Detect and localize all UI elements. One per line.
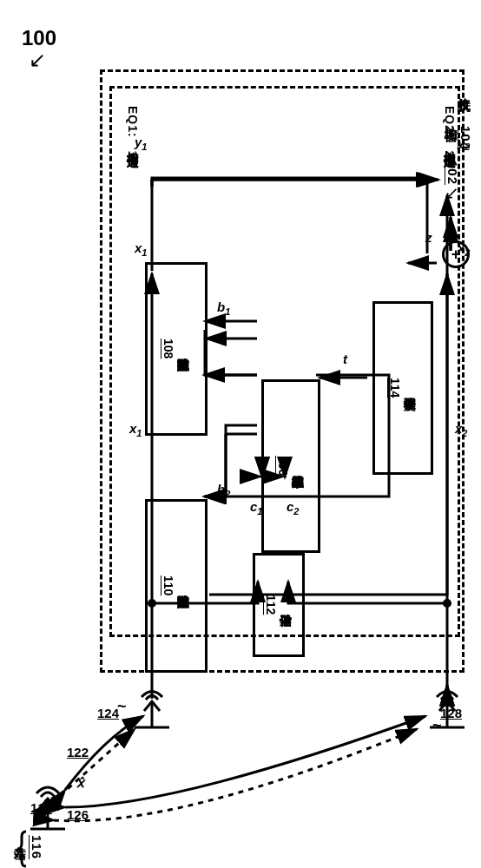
signal-y2: y2 xyxy=(458,135,470,152)
signal-x1-b: x1 xyxy=(129,421,142,438)
task-sched-block: 任务调度模块 114 xyxy=(372,301,433,475)
base-label: 基站 xyxy=(12,838,28,839)
fir-filter-2-block: 有限冲激响应滤波器 110 xyxy=(145,499,208,673)
channel-estimator-block: 信道估计器 112 xyxy=(253,553,305,657)
receiver-box: EQ1: 均衡器通道 1 EQ2: 均衡器通道 2 有限冲激响应滤波器 108 … xyxy=(100,69,465,673)
signal-y1: y1 xyxy=(135,135,147,152)
signal-b1: b1 xyxy=(217,299,230,317)
signal-xhat: x̂ xyxy=(76,775,84,791)
signal-t: t xyxy=(343,352,347,366)
signal-x2-b: x2 xyxy=(455,421,467,438)
base-num: 116 xyxy=(30,835,44,859)
signal-c2: c2 xyxy=(287,499,299,516)
receiver-label: 接收机 xyxy=(456,87,472,89)
fir1-num: 108 xyxy=(161,339,175,358)
sig-122: 122 xyxy=(67,745,89,760)
signal-c1: c1 xyxy=(250,499,262,516)
signal-b2: b2 xyxy=(217,482,230,499)
fir2-num: 110 xyxy=(161,575,175,595)
signal-z: z xyxy=(425,230,432,245)
ant-124: 124 xyxy=(97,706,119,720)
task-num: 114 xyxy=(388,378,402,398)
eq-channel-2-label: EQ2: 均衡器通道 2 xyxy=(442,106,458,158)
equalizer-num: 102 xyxy=(445,161,460,185)
signal-x1-a: x1 xyxy=(135,240,147,258)
equalizer-box: EQ1: 均衡器通道 1 EQ2: 均衡器通道 2 有限冲激响应滤波器 108 … xyxy=(109,86,460,637)
fir-filter-1-block: 有限冲激响应滤波器 108 xyxy=(145,262,208,436)
ant-118: 118 xyxy=(30,800,52,815)
coef-gen-block: 均衡器系数生成模块 106 xyxy=(261,379,320,553)
sig-126: 126 xyxy=(67,807,89,822)
coef-num: 106 xyxy=(276,456,290,476)
che-num: 112 xyxy=(264,595,278,615)
diagram-canvas: 100 ↙ EQ1: 均衡器通道 1 EQ2: 均衡器通道 2 有限冲激响应滤波… xyxy=(0,0,481,868)
signal-x2-a: x2 xyxy=(458,240,470,258)
equalizer-arrow: ↙ xyxy=(445,182,459,203)
figure-number: 100 xyxy=(22,26,56,50)
figure-number-arrow: ↙ xyxy=(29,48,46,72)
ant-128: 128 xyxy=(440,706,462,720)
equalizer-label: 均衡器 xyxy=(443,117,459,120)
